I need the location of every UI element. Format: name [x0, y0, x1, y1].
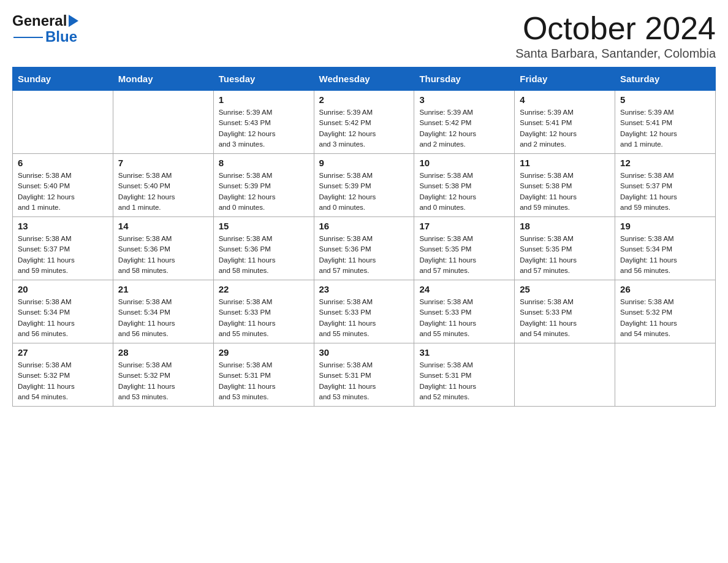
- day-info: Sunrise: 5:38 AM Sunset: 5:32 PM Dayligh…: [18, 360, 108, 402]
- day-info: Sunrise: 5:39 AM Sunset: 5:41 PM Dayligh…: [520, 107, 610, 150]
- calendar-cell: [515, 343, 615, 407]
- day-number: 27: [18, 347, 108, 358]
- day-info: Sunrise: 5:38 AM Sunset: 5:34 PM Dayligh…: [118, 297, 208, 339]
- calendar-cell: 29Sunrise: 5:38 AM Sunset: 5:31 PM Dayli…: [213, 343, 314, 407]
- day-info: Sunrise: 5:39 AM Sunset: 5:43 PM Dayligh…: [219, 107, 309, 150]
- day-info: Sunrise: 5:38 AM Sunset: 5:33 PM Dayligh…: [419, 297, 509, 339]
- day-number: 19: [620, 221, 710, 231]
- calendar-cell: 13Sunrise: 5:38 AM Sunset: 5:37 PM Dayli…: [13, 217, 113, 280]
- day-number: 7: [118, 158, 208, 168]
- weekday-header-row: SundayMondayTuesdayWednesdayThursdayFrid…: [13, 67, 716, 91]
- day-number: 2: [319, 94, 409, 105]
- day-info: Sunrise: 5:38 AM Sunset: 5:36 PM Dayligh…: [219, 234, 309, 276]
- day-info: Sunrise: 5:38 AM Sunset: 5:31 PM Dayligh…: [319, 360, 409, 402]
- day-number: 3: [419, 94, 509, 105]
- day-number: 9: [319, 158, 409, 168]
- day-info: Sunrise: 5:38 AM Sunset: 5:40 PM Dayligh…: [18, 170, 108, 213]
- day-number: 28: [118, 347, 208, 358]
- day-number: 12: [620, 158, 710, 168]
- calendar-cell: 16Sunrise: 5:38 AM Sunset: 5:36 PM Dayli…: [314, 217, 414, 280]
- weekday-header-sunday: Sunday: [13, 67, 113, 91]
- calendar-body: 1Sunrise: 5:39 AM Sunset: 5:43 PM Daylig…: [13, 91, 716, 407]
- calendar-cell: 8Sunrise: 5:38 AM Sunset: 5:39 PM Daylig…: [213, 154, 314, 217]
- calendar-cell: 23Sunrise: 5:38 AM Sunset: 5:33 PM Dayli…: [314, 280, 414, 343]
- calendar-cell: [615, 343, 716, 407]
- day-number: 30: [319, 347, 409, 358]
- day-info: Sunrise: 5:38 AM Sunset: 5:32 PM Dayligh…: [620, 297, 710, 339]
- calendar-cell: 31Sunrise: 5:38 AM Sunset: 5:31 PM Dayli…: [414, 343, 515, 407]
- weekday-header-tuesday: Tuesday: [213, 67, 314, 91]
- day-number: 8: [219, 158, 309, 168]
- calendar-cell: 26Sunrise: 5:38 AM Sunset: 5:32 PM Dayli…: [615, 280, 716, 343]
- day-info: Sunrise: 5:38 AM Sunset: 5:33 PM Dayligh…: [219, 297, 309, 339]
- day-number: 1: [219, 94, 309, 105]
- day-number: 4: [520, 94, 610, 105]
- day-info: Sunrise: 5:38 AM Sunset: 5:34 PM Dayligh…: [620, 234, 710, 276]
- day-info: Sunrise: 5:39 AM Sunset: 5:42 PM Dayligh…: [419, 107, 509, 150]
- calendar-cell: 3Sunrise: 5:39 AM Sunset: 5:42 PM Daylig…: [414, 91, 515, 154]
- day-number: 5: [620, 94, 710, 105]
- day-number: 24: [419, 284, 509, 294]
- day-number: 13: [18, 221, 108, 231]
- day-info: Sunrise: 5:38 AM Sunset: 5:36 PM Dayligh…: [319, 234, 409, 276]
- day-number: 26: [620, 284, 710, 294]
- calendar-cell: 17Sunrise: 5:38 AM Sunset: 5:35 PM Dayli…: [414, 217, 515, 280]
- day-info: Sunrise: 5:39 AM Sunset: 5:42 PM Dayligh…: [319, 107, 409, 150]
- calendar-cell: 25Sunrise: 5:38 AM Sunset: 5:33 PM Dayli…: [515, 280, 615, 343]
- day-number: 22: [219, 284, 309, 294]
- day-info: Sunrise: 5:38 AM Sunset: 5:36 PM Dayligh…: [118, 234, 208, 276]
- calendar-cell: 30Sunrise: 5:38 AM Sunset: 5:31 PM Dayli…: [314, 343, 414, 407]
- calendar-cell: [13, 91, 113, 154]
- title-section: October 2024 Santa Barbara, Santander, C…: [515, 12, 716, 61]
- day-info: Sunrise: 5:38 AM Sunset: 5:31 PM Dayligh…: [419, 360, 509, 402]
- logo-general-text: General: [12, 12, 67, 29]
- day-number: 18: [520, 221, 610, 231]
- logo-blue-text: Blue: [45, 28, 77, 45]
- calendar-cell: 6Sunrise: 5:38 AM Sunset: 5:40 PM Daylig…: [13, 154, 113, 217]
- calendar-cell: 22Sunrise: 5:38 AM Sunset: 5:33 PM Dayli…: [213, 280, 314, 343]
- day-info: Sunrise: 5:38 AM Sunset: 5:39 PM Dayligh…: [319, 170, 409, 213]
- location: Santa Barbara, Santander, Colombia: [515, 47, 716, 61]
- day-number: 16: [319, 221, 409, 231]
- calendar-cell: 18Sunrise: 5:38 AM Sunset: 5:35 PM Dayli…: [515, 217, 615, 280]
- day-info: Sunrise: 5:38 AM Sunset: 5:38 PM Dayligh…: [520, 170, 610, 213]
- calendar-cell: 9Sunrise: 5:38 AM Sunset: 5:39 PM Daylig…: [314, 154, 414, 217]
- calendar-cell: 24Sunrise: 5:38 AM Sunset: 5:33 PM Dayli…: [414, 280, 515, 343]
- day-info: Sunrise: 5:38 AM Sunset: 5:40 PM Dayligh…: [118, 170, 208, 213]
- week-row-3: 13Sunrise: 5:38 AM Sunset: 5:37 PM Dayli…: [13, 217, 716, 280]
- calendar-cell: 21Sunrise: 5:38 AM Sunset: 5:34 PM Dayli…: [113, 280, 213, 343]
- weekday-header-wednesday: Wednesday: [314, 67, 414, 91]
- day-number: 10: [419, 158, 509, 168]
- calendar-cell: 1Sunrise: 5:39 AM Sunset: 5:43 PM Daylig…: [213, 91, 314, 154]
- page-header: General Blue October 2024 Santa Barbara,…: [12, 12, 716, 61]
- logo: General Blue: [12, 12, 78, 45]
- calendar-cell: 11Sunrise: 5:38 AM Sunset: 5:38 PM Dayli…: [515, 154, 615, 217]
- day-number: 31: [419, 347, 509, 358]
- day-number: 21: [118, 284, 208, 294]
- month-title: October 2024: [515, 12, 716, 44]
- day-number: 6: [18, 158, 108, 168]
- calendar-cell: 12Sunrise: 5:38 AM Sunset: 5:37 PM Dayli…: [615, 154, 716, 217]
- day-info: Sunrise: 5:38 AM Sunset: 5:33 PM Dayligh…: [319, 297, 409, 339]
- weekday-header-friday: Friday: [515, 67, 615, 91]
- day-info: Sunrise: 5:39 AM Sunset: 5:41 PM Dayligh…: [620, 107, 710, 150]
- calendar-cell: 14Sunrise: 5:38 AM Sunset: 5:36 PM Dayli…: [113, 217, 213, 280]
- day-info: Sunrise: 5:38 AM Sunset: 5:31 PM Dayligh…: [219, 360, 309, 402]
- week-row-5: 27Sunrise: 5:38 AM Sunset: 5:32 PM Dayli…: [13, 343, 716, 407]
- day-number: 14: [118, 221, 208, 231]
- day-number: 15: [219, 221, 309, 231]
- calendar-cell: 7Sunrise: 5:38 AM Sunset: 5:40 PM Daylig…: [113, 154, 213, 217]
- day-info: Sunrise: 5:38 AM Sunset: 5:37 PM Dayligh…: [18, 234, 108, 276]
- day-info: Sunrise: 5:38 AM Sunset: 5:35 PM Dayligh…: [520, 234, 610, 276]
- calendar-cell: [113, 91, 213, 154]
- calendar-cell: 5Sunrise: 5:39 AM Sunset: 5:41 PM Daylig…: [615, 91, 716, 154]
- day-info: Sunrise: 5:38 AM Sunset: 5:35 PM Dayligh…: [419, 234, 509, 276]
- calendar-cell: 20Sunrise: 5:38 AM Sunset: 5:34 PM Dayli…: [13, 280, 113, 343]
- calendar-cell: 28Sunrise: 5:38 AM Sunset: 5:32 PM Dayli…: [113, 343, 213, 407]
- day-info: Sunrise: 5:38 AM Sunset: 5:37 PM Dayligh…: [620, 170, 710, 213]
- day-number: 25: [520, 284, 610, 294]
- week-row-1: 1Sunrise: 5:39 AM Sunset: 5:43 PM Daylig…: [13, 91, 716, 154]
- weekday-header-thursday: Thursday: [414, 67, 515, 91]
- day-number: 23: [319, 284, 409, 294]
- calendar-cell: 10Sunrise: 5:38 AM Sunset: 5:38 PM Dayli…: [414, 154, 515, 217]
